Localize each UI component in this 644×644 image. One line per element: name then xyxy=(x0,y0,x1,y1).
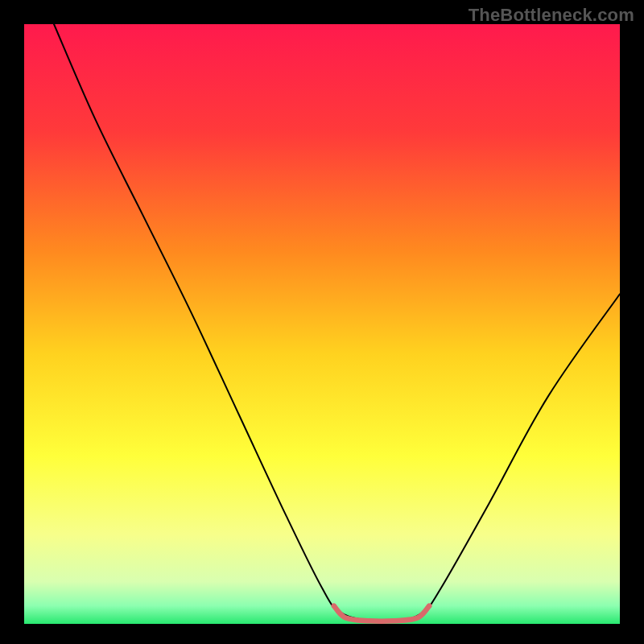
chart-frame: TheBottleneck.com xyxy=(0,0,644,644)
plot-background xyxy=(24,24,620,624)
attribution-text: TheBottleneck.com xyxy=(469,5,634,26)
bottleneck-chart xyxy=(0,0,644,644)
